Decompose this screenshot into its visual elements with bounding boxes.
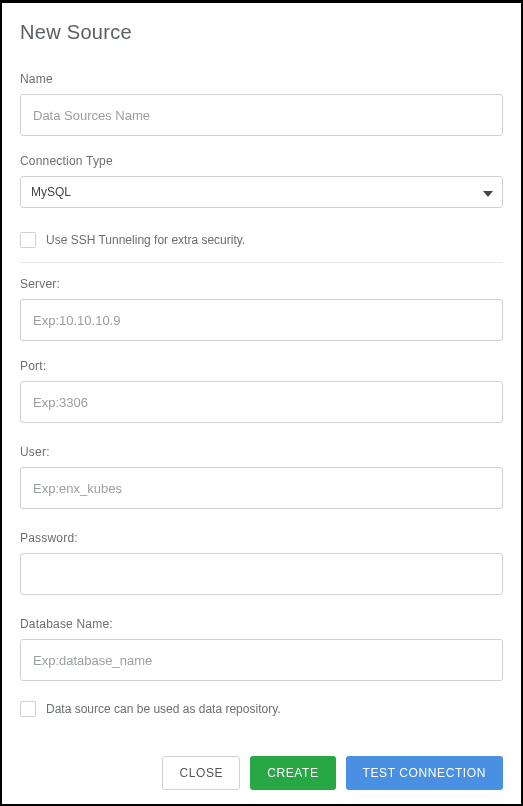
name-label: Name (20, 72, 503, 86)
create-button[interactable]: CREATE (250, 756, 335, 790)
password-field: Password: (20, 531, 503, 595)
user-input[interactable] (20, 467, 503, 509)
password-input[interactable] (20, 553, 503, 595)
server-label: Server: (20, 277, 503, 291)
database-name-input[interactable] (20, 639, 503, 681)
connection-type-label: Connection Type (20, 154, 503, 168)
server-input[interactable] (20, 299, 503, 341)
port-label: Port: (20, 359, 503, 373)
divider (20, 262, 503, 263)
repo-checkbox[interactable] (20, 701, 36, 717)
new-source-form: Name Connection Type Use SSH Tunneling f… (20, 72, 503, 790)
server-field: Server: (20, 277, 503, 341)
name-input[interactable] (20, 94, 503, 136)
user-label: User: (20, 445, 503, 459)
name-field: Name (20, 72, 503, 136)
repo-checkbox-row: Data source can be used as data reposito… (20, 701, 503, 717)
dialog-footer: CLOSE CREATE TEST CONNECTION (20, 740, 503, 790)
port-field: Port: (20, 359, 503, 423)
ssh-checkbox-label: Use SSH Tunneling for extra security. (46, 233, 245, 247)
connection-type-select[interactable] (20, 176, 503, 208)
close-button[interactable]: CLOSE (162, 756, 240, 790)
password-label: Password: (20, 531, 503, 545)
test-connection-button[interactable]: TEST CONNECTION (346, 756, 503, 790)
user-field: User: (20, 445, 503, 509)
connection-type-field: Connection Type (20, 154, 503, 208)
database-name-label: Database Name: (20, 617, 503, 631)
ssh-checkbox[interactable] (20, 232, 36, 248)
ssh-checkbox-row: Use SSH Tunneling for extra security. (20, 232, 503, 248)
repo-checkbox-label: Data source can be used as data reposito… (46, 702, 281, 716)
page-title: New Source (20, 21, 503, 44)
connection-type-select-wrap (20, 176, 503, 208)
database-name-field: Database Name: (20, 617, 503, 681)
port-input[interactable] (20, 381, 503, 423)
